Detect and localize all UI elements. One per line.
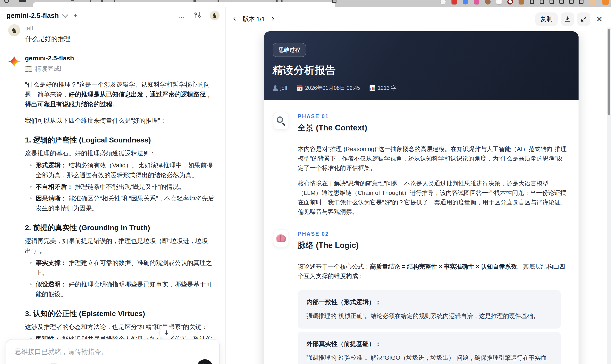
dimension-card-body: 强调推理的“经验校准”。解决“GIGO（垃圾进，垃圾出）”问题，确保推理引擎运行… <box>306 353 552 364</box>
artifact-topbar: 版本 1/1 复制 ✕ <box>226 7 611 31</box>
bullet-item: •不自相矛盾： 推理链条中不能出现“既是又非”的情况。 <box>25 182 217 192</box>
artifact-title: 精读分析报告 <box>273 63 568 77</box>
person-icon <box>273 85 278 91</box>
phase-title: 脉络 (The Logic) <box>298 240 568 251</box>
section-heading: 2. 前提的真实性 (Grounding in Truth) <box>25 223 217 233</box>
chat-panel: gemini-2.5-flash + … ♞ ♞ jeff <box>0 7 226 364</box>
bullet-item: •假设透明： 好的推理会明确指明哪些是已知事实，哪些是基于可能的假设。 <box>25 279 217 299</box>
skills-diamonds-icon[interactable]: ❖ <box>32 363 39 364</box>
bullet-item: •事实支撑： 推理建立在可靠的数据、准确的观测或公认的真理之上。 <box>25 258 217 278</box>
user-avatar[interactable]: ♞ <box>210 11 220 20</box>
calendar-icon: 17 <box>297 85 303 91</box>
app-window: gemini-2.5-flash + … ♞ ♞ jeff <box>0 7 611 364</box>
artifact-header: 思维过程 精读分析报告 jeff 172026年01月08日 02:45 121… <box>264 31 579 100</box>
dimension-card-title: 外部真实性（前提基础）： <box>306 340 552 348</box>
book-icon <box>25 66 32 71</box>
app-icon <box>518 0 524 4</box>
artifact-wordcount: 1213 字 <box>378 84 397 91</box>
chat-title[interactable]: gemini-2.5-flash <box>6 12 59 20</box>
phase-paragraph: 该论述基于一个核心公式：高质量结论 = 结构完整性 × 事实准确性 × 认知自律… <box>298 262 568 281</box>
dimension-card: 外部真实性（前提基础）：强调推理的“经验校准”。解决“GIGO（垃圾进，垃圾出）… <box>298 332 561 364</box>
magnifier-icon <box>276 116 286 126</box>
screen: gemini-2.5-flash + … ♞ ♞ jeff <box>0 0 611 364</box>
assistant-intro-paragraph: “什么是好的推理？”这是一个涉及逻辑学、认知科学和哲学核心的问题。简单来说，好的… <box>25 79 217 109</box>
phase-icon-card <box>273 230 289 247</box>
assistant-status-text: 精读完成! <box>35 65 62 73</box>
bullet-dot-icon: • <box>30 279 32 289</box>
menubar <box>0 0 611 7</box>
composer-placeholder[interactable]: 思维接口已就绪，请传输指令。 <box>15 347 211 356</box>
artifact-meta: jeff 172026年01月08日 02:45 1213 字 <box>273 84 568 91</box>
user-name: jeff <box>25 25 70 32</box>
copy-button[interactable]: 复制 <box>535 13 558 26</box>
bullet-item: •因果清晰： 能准确区分“相关性”和“因果关系”，不会轻率地将先后发生的事情归为… <box>25 193 217 213</box>
status-icon <box>579 0 584 4</box>
user-message: ♞ jeff 什么是好的推理 <box>8 24 217 43</box>
assistant-markdown: “什么是好的推理？”这是一个涉及逻辑学、认知科学和哲学核心的问题。简单来说，好的… <box>25 79 217 364</box>
menubar-glyph <box>19 0 26 2</box>
browser-tab[interactable] <box>33 2 335 7</box>
phase-section: PHASE 01全景 (The Context)本内容是对“推理 (Reason… <box>264 113 568 217</box>
assistant-message: gemini-2.5-flash 精读完成! “什么是好的推理？”这是一个涉及逻… <box>8 55 217 364</box>
bar-chart-icon <box>370 85 375 91</box>
dimension-card-body: 强调推理的“机械正确”。结论必须在给定的规则系统内逻辑自洽，这是推理的硬件基础。 <box>306 311 552 321</box>
scrollbar-thumb[interactable] <box>608 29 610 115</box>
menubar-glyph <box>4 0 9 3</box>
dimension-cards: 内部一致性（形式逻辑）：强调推理的“机械正确”。结论必须在给定的规则系统内逻辑自… <box>298 290 561 364</box>
assistant-name: gemini-2.5-flash <box>25 55 217 62</box>
status-icon <box>569 0 574 4</box>
status-icon <box>540 0 544 4</box>
voice-input-button[interactable] <box>197 359 213 364</box>
phase-paragraph: 本内容是对“推理 (Reasoning)”这一抽象概念的高层建模。在知识爆炸与人… <box>298 144 568 173</box>
new-chat-button[interactable]: + <box>74 11 78 20</box>
more-options-icon[interactable]: … <box>178 14 186 16</box>
bullet-list: •形式逻辑： 结构必须有效（Valid）。比如演绎推理中，如果前提全部为真，那么… <box>25 160 217 213</box>
app-icon <box>452 0 457 4</box>
menubar-status-icons <box>440 0 609 6</box>
assistant-status: 精读完成! <box>25 65 217 73</box>
artifact-author: jeff <box>280 85 287 91</box>
user-avatar: ♞ <box>8 24 20 36</box>
artifact-body: PHASE 01全景 (The Context)本内容是对“推理 (Reason… <box>264 100 579 364</box>
menu-extra-icon <box>602 0 609 5</box>
section-description: 这涉及推理者的心态和方法论，也是区分“杠精”和“思想家”的关键： <box>25 322 217 332</box>
artifact-date: 2026年01月08日 02:45 <box>305 84 360 91</box>
app-icon <box>485 0 491 4</box>
phase-title: 全景 (The Context) <box>298 122 568 133</box>
section-description: 这是推理的基石。好的推理必须遵循逻辑法则： <box>25 148 217 158</box>
thinking-process-badge: 思维过程 <box>273 43 306 57</box>
section-heading: 1. 逻辑的严密性 (Logical Soundness) <box>25 135 217 145</box>
brain-icon <box>276 234 286 242</box>
scrollbar-track[interactable] <box>607 27 611 364</box>
bullet-dot-icon: • <box>30 160 32 170</box>
scroll-to-bottom-button[interactable] <box>159 326 173 340</box>
status-icon <box>530 0 534 4</box>
version-label: 版本 1/1 <box>243 15 265 23</box>
assistant-lead-paragraph: 我们可以从以下四个维度来衡量什么是“好的推理”： <box>25 116 217 126</box>
section-description: 逻辑再完美，如果前提是错误的，推理也是垃圾（即“垃圾进，垃圾出”）。 <box>25 236 217 256</box>
filter-sliders-icon[interactable] <box>194 11 201 20</box>
dimension-card-title: 内部一致性（形式逻辑）： <box>306 298 552 307</box>
message-list: ♞ jeff 什么是好的推理 <box>0 23 225 364</box>
app-icon <box>474 0 479 4</box>
phase-icon-card <box>273 112 289 130</box>
composer[interactable]: 思维接口已就绪，请传输指令。 + ❖ <box>6 339 220 364</box>
user-message-text: 什么是好的推理 <box>25 35 70 43</box>
artifact-panel: 版本 1/1 复制 ✕ 思维 <box>226 7 611 364</box>
fullscreen-button[interactable] <box>577 13 590 26</box>
version-prev-icon[interactable] <box>232 16 237 22</box>
phase-section: PHASE 02脉络 (The Logic)该论述基于一个核心公式：高质量结论 … <box>264 231 568 364</box>
dimension-card: 内部一致性（形式逻辑）：强调推理的“机械正确”。结论必须在给定的规则系统内逻辑自… <box>298 290 561 328</box>
chevron-down-icon[interactable] <box>62 12 68 18</box>
artifact-card: 思维过程 精读分析报告 jeff 172026年01月08日 02:45 121… <box>264 31 579 364</box>
download-button[interactable] <box>561 13 574 26</box>
app-icon <box>463 0 468 4</box>
close-button[interactable]: ✕ <box>593 13 605 25</box>
bullet-dot-icon: • <box>30 182 32 192</box>
status-icon <box>549 0 554 4</box>
bullet-dot-icon: • <box>30 193 32 203</box>
version-next-icon[interactable] <box>270 16 275 22</box>
app-icon <box>440 0 446 4</box>
phase-paragraph: 核心情境在于解决“思考的随意性”问题。不论是人类通过批判性思维进行决策，还是大语… <box>298 179 568 217</box>
section-heading: 3. 认知的公正性 (Epistemic Virtues) <box>25 309 217 318</box>
